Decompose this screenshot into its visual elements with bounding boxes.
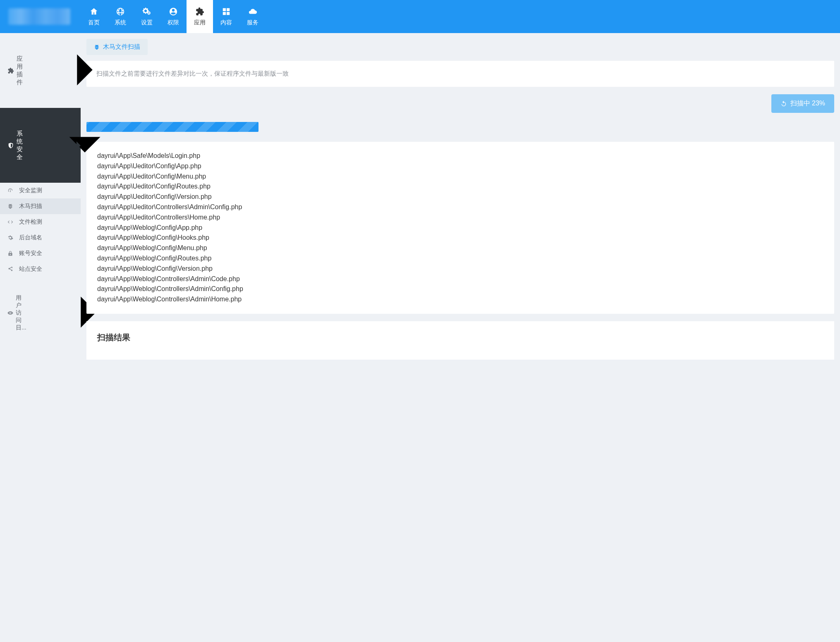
scan-action-row: 扫描中 23% — [86, 94, 834, 113]
refresh-icon — [780, 100, 787, 107]
file-line: dayrui/\App\Ueditor\Config\Routes.php — [97, 181, 823, 192]
sidebar-sub-6[interactable]: 用户访问日... — [0, 277, 81, 348]
puzzle-icon — [7, 67, 14, 74]
topnav-item-grid[interactable]: 内容 — [213, 0, 239, 33]
topnav-label: 内容 — [220, 19, 232, 26]
home-icon — [89, 7, 99, 17]
file-line: dayrui/\App\Weblog\Config\Menu.php — [97, 243, 823, 253]
globe-icon — [115, 7, 125, 17]
file-line: dayrui/\App\Weblog\Controllers\Admin\Cod… — [97, 274, 823, 284]
topnav-item-globe[interactable]: 系统 — [107, 0, 134, 33]
topnav-item-home[interactable]: 首页 — [81, 0, 107, 33]
file-line: dayrui/\App\Weblog\Config\App.php — [97, 223, 823, 233]
sidebar-sub-label: 用户访问日... — [13, 294, 26, 332]
file-line: dayrui/\App\Weblog\Controllers\Admin\Con… — [97, 284, 823, 294]
sidebar-sub-label: 后台域名 — [17, 234, 73, 241]
sidebar-sub-3[interactable]: 后台域名 — [0, 230, 81, 246]
gear-icon — [7, 235, 17, 241]
result-panel: 扫描结果 — [86, 321, 834, 360]
info-text: 扫描文件之前需要进行文件差异对比一次，保证程序文件与最新版一致 — [86, 61, 834, 87]
sidebar-sub-label: 安全监测 — [17, 187, 73, 194]
file-line: dayrui/\App\Ueditor\Config\Menu.php — [97, 172, 823, 182]
top-nav: 首页系统设置权限应用内容服务 — [81, 0, 266, 33]
result-title: 扫描结果 — [97, 332, 823, 343]
sidebar-sub-label: 木马扫描 — [17, 203, 73, 210]
topnav-item-user-circle[interactable]: 权限 — [160, 0, 187, 33]
eye-icon — [7, 310, 13, 316]
sidebar-sub-4[interactable]: 账号安全 — [0, 246, 81, 261]
sidebar-sub-label: 文件检测 — [17, 218, 73, 226]
file-line: dayrui/\App\Ueditor\Controllers\Home.php — [97, 212, 823, 223]
sidebar: 应用插件系统安全安全监测木马扫描文件检测后台域名账号安全站点安全用户访问日... — [0, 33, 81, 642]
scan-button[interactable]: 扫描中 23% — [771, 94, 834, 113]
brand-logo-image — [8, 8, 70, 25]
topnav-label: 系统 — [115, 19, 126, 26]
topnav-item-puzzle[interactable]: 应用 — [187, 0, 213, 33]
file-line: dayrui/\App\Safe\Models\Login.php — [97, 151, 823, 161]
gears-icon — [142, 7, 152, 17]
file-list-panel: dayrui/\App\Safe\Models\Login.phpdayrui/… — [86, 142, 834, 314]
topnav-item-gears[interactable]: 设置 — [134, 0, 160, 33]
sidebar-group-1[interactable]: 系统安全 — [0, 108, 81, 183]
file-list: dayrui/\App\Safe\Models\Login.phpdayrui/… — [86, 142, 834, 314]
sidebar-group-label: 系统安全 — [14, 130, 23, 161]
sidebar-sub-5[interactable]: 站点安全 — [0, 261, 81, 277]
user-circle-icon — [168, 7, 178, 17]
topnav-label: 权限 — [168, 19, 179, 26]
progress-bar — [86, 122, 834, 132]
file-line: dayrui/\App\Ueditor\Controllers\Admin\Co… — [97, 202, 823, 212]
topnav-label: 服务 — [247, 19, 258, 26]
file-line: dayrui/\App\Ueditor\Config\App.php — [97, 161, 823, 172]
topbar: 首页系统设置权限应用内容服务 — [0, 0, 840, 33]
file-line: dayrui/\App\Weblog\Config\Routes.php — [97, 253, 823, 264]
sidebar-sub-0[interactable]: 安全监测 — [0, 183, 81, 198]
dashboard-icon — [7, 188, 17, 193]
topnav-label: 应用 — [194, 19, 206, 26]
topnav-item-cloud[interactable]: 服务 — [239, 0, 266, 33]
sidebar-sub-label: 账号安全 — [17, 250, 73, 257]
main-content: 木马文件扫描 扫描文件之前需要进行文件差异对比一次，保证程序文件与最新版一致 扫… — [81, 33, 840, 642]
bug-icon — [7, 203, 17, 209]
topnav-label: 设置 — [141, 19, 153, 26]
brand-logo[interactable] — [0, 0, 81, 33]
grid-icon — [221, 7, 231, 17]
file-line: dayrui/\App\Weblog\Config\Hooks.php — [97, 233, 823, 243]
share-icon — [7, 266, 17, 272]
sidebar-sub-1[interactable]: 木马扫描 — [0, 198, 81, 214]
sidebar-sub-2[interactable]: 文件检测 — [0, 214, 81, 230]
file-line: dayrui/\App\Weblog\Config\Version.php — [97, 264, 823, 274]
lock-icon — [7, 251, 17, 256]
code-icon — [7, 219, 17, 225]
shield-icon — [7, 142, 14, 149]
puzzle-icon — [195, 7, 205, 17]
sidebar-group-label: 应用插件 — [14, 55, 23, 86]
chevron-right-icon — [23, 39, 147, 102]
info-panel: 扫描文件之前需要进行文件差异对比一次，保证程序文件与最新版一致 — [86, 61, 834, 87]
file-line: dayrui/\App\Ueditor\Config\Version.php — [97, 192, 823, 202]
topnav-label: 首页 — [88, 19, 100, 26]
cloud-icon — [248, 7, 258, 17]
file-line: dayrui/\App\Weblog\Controllers\Admin\Hom… — [97, 294, 823, 305]
scan-button-label: 扫描中 23% — [790, 99, 825, 108]
sidebar-group-0[interactable]: 应用插件 — [0, 33, 81, 108]
chevron-down-icon — [23, 114, 147, 177]
sidebar-sub-label: 站点安全 — [17, 265, 73, 273]
